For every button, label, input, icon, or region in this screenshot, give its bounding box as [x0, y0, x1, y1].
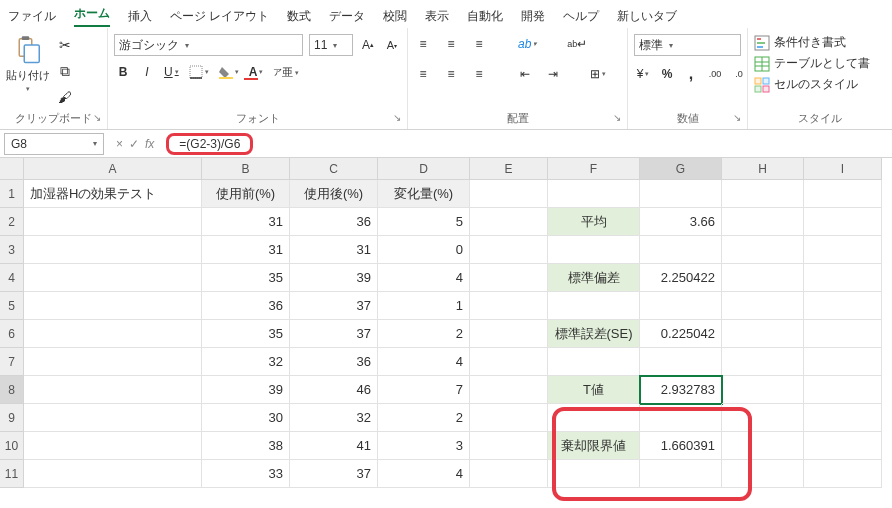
cell[interactable]: 33 — [202, 460, 290, 488]
align-right-icon[interactable]: ≡ — [470, 64, 488, 84]
cell[interactable]: 使用後(%) — [290, 180, 378, 208]
ruby-button[interactable]: ア亜 — [271, 62, 301, 82]
cell[interactable]: T値 — [548, 376, 640, 404]
currency-icon[interactable]: ¥ — [634, 64, 652, 84]
cell[interactable] — [804, 432, 882, 460]
cell[interactable]: 標準偏差 — [548, 264, 640, 292]
cell[interactable] — [470, 460, 548, 488]
cell[interactable]: 使用前(%) — [202, 180, 290, 208]
number-launcher-icon[interactable]: ↘ — [733, 111, 741, 125]
cell[interactable] — [470, 376, 548, 404]
cell[interactable]: 32 — [202, 348, 290, 376]
cell[interactable] — [470, 432, 548, 460]
col-header[interactable]: G — [640, 158, 722, 180]
cell[interactable] — [804, 264, 882, 292]
increase-decimal-icon[interactable]: .00 — [706, 64, 724, 84]
cell[interactable]: 39 — [202, 376, 290, 404]
cell[interactable] — [804, 236, 882, 264]
align-bottom-icon[interactable]: ≡ — [470, 34, 488, 54]
align-middle-icon[interactable]: ≡ — [442, 34, 460, 54]
cell[interactable]: 2.250422 — [640, 264, 722, 292]
cut-icon[interactable]: ✂ — [56, 36, 74, 54]
cell[interactable] — [470, 264, 548, 292]
cell[interactable] — [24, 404, 202, 432]
cell[interactable] — [24, 208, 202, 236]
row-header[interactable]: 8 — [0, 376, 24, 404]
increase-font-icon[interactable]: A▴ — [359, 35, 377, 55]
menu-review[interactable]: 校閲 — [383, 8, 407, 25]
menu-insert[interactable]: 挿入 — [128, 8, 152, 25]
increase-indent-icon[interactable]: ⇥ — [544, 64, 562, 84]
cell[interactable] — [804, 460, 882, 488]
cell[interactable]: 35 — [202, 320, 290, 348]
menu-pagelayout[interactable]: ページ レイアウト — [170, 8, 269, 25]
cell[interactable]: 平均 — [548, 208, 640, 236]
cell[interactable] — [470, 348, 548, 376]
col-header[interactable]: A — [24, 158, 202, 180]
cell[interactable] — [722, 180, 804, 208]
row-header[interactable]: 4 — [0, 264, 24, 292]
cell[interactable] — [640, 404, 722, 432]
align-left-icon[interactable]: ≡ — [414, 64, 432, 84]
cell[interactable] — [548, 236, 640, 264]
cell[interactable] — [24, 432, 202, 460]
font-name-combo[interactable]: 游ゴシック▾ — [114, 34, 303, 56]
cell[interactable]: 31 — [290, 236, 378, 264]
cell[interactable] — [804, 376, 882, 404]
cell[interactable] — [470, 208, 548, 236]
cell[interactable] — [722, 348, 804, 376]
cell[interactable]: 36 — [202, 292, 290, 320]
cell[interactable] — [722, 432, 804, 460]
cell[interactable]: 7 — [378, 376, 470, 404]
cell[interactable] — [722, 292, 804, 320]
cell[interactable] — [24, 348, 202, 376]
font-size-combo[interactable]: 11▾ — [309, 34, 353, 56]
cell[interactable]: 37 — [290, 320, 378, 348]
cell[interactable] — [548, 460, 640, 488]
cell[interactable]: 4 — [378, 264, 470, 292]
paste-label[interactable]: 貼り付け — [6, 68, 50, 83]
cell[interactable]: 0 — [378, 236, 470, 264]
cell[interactable] — [640, 180, 722, 208]
col-header[interactable]: D — [378, 158, 470, 180]
align-center-icon[interactable]: ≡ — [442, 64, 460, 84]
align-top-icon[interactable]: ≡ — [414, 34, 432, 54]
cell[interactable]: 46 — [290, 376, 378, 404]
cell[interactable] — [470, 236, 548, 264]
row-header[interactable]: 3 — [0, 236, 24, 264]
menu-automate[interactable]: 自動化 — [467, 8, 503, 25]
cell[interactable] — [640, 460, 722, 488]
percent-icon[interactable]: % — [658, 64, 676, 84]
cell[interactable] — [722, 208, 804, 236]
cell[interactable] — [722, 376, 804, 404]
cell[interactable] — [804, 404, 882, 432]
clipboard-launcher-icon[interactable]: ↘ — [93, 111, 101, 125]
cell[interactable]: 37 — [290, 292, 378, 320]
decrease-indent-icon[interactable]: ⇤ — [516, 64, 534, 84]
cell[interactable] — [722, 320, 804, 348]
formula-input[interactable]: =(G2-3)/G6 — [160, 133, 892, 155]
cell[interactable]: 41 — [290, 432, 378, 460]
menu-newtab[interactable]: 新しいタブ — [617, 8, 677, 25]
select-all-corner[interactable] — [0, 158, 24, 180]
cell[interactable] — [470, 292, 548, 320]
orientation-icon[interactable]: ab — [516, 34, 539, 54]
cell[interactable]: 2 — [378, 404, 470, 432]
format-painter-icon[interactable]: 🖌 — [56, 88, 74, 106]
cell-selected[interactable]: 2.932783 — [640, 376, 722, 404]
col-header[interactable]: C — [290, 158, 378, 180]
cell[interactable]: 4 — [378, 348, 470, 376]
cell[interactable]: 棄却限界値 — [548, 432, 640, 460]
cell[interactable]: 0.225042 — [640, 320, 722, 348]
formula-cancel-icon[interactable]: × — [116, 137, 123, 151]
cell[interactable] — [722, 460, 804, 488]
name-box[interactable]: G8▾ — [4, 133, 104, 155]
merge-cells-icon[interactable]: ⊞ — [588, 64, 608, 84]
cell[interactable]: 変化量(%) — [378, 180, 470, 208]
cell[interactable]: 3.66 — [640, 208, 722, 236]
cell[interactable] — [24, 264, 202, 292]
cell[interactable] — [548, 292, 640, 320]
decrease-font-icon[interactable]: A▾ — [383, 35, 401, 55]
col-header[interactable]: I — [804, 158, 882, 180]
align-launcher-icon[interactable]: ↘ — [613, 111, 621, 125]
